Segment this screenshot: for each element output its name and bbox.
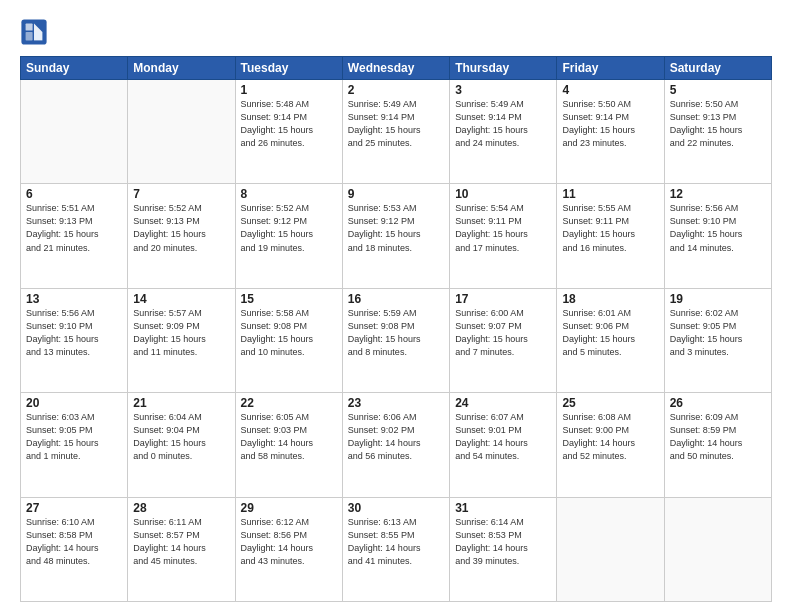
calendar-cell: 22Sunrise: 6:05 AM Sunset: 9:03 PM Dayli… <box>235 393 342 497</box>
calendar-week-2: 13Sunrise: 5:56 AM Sunset: 9:10 PM Dayli… <box>21 288 772 392</box>
day-info: Sunrise: 6:04 AM Sunset: 9:04 PM Dayligh… <box>133 411 229 463</box>
day-info: Sunrise: 6:05 AM Sunset: 9:03 PM Dayligh… <box>241 411 337 463</box>
weekday-thursday: Thursday <box>450 57 557 80</box>
calendar-cell: 11Sunrise: 5:55 AM Sunset: 9:11 PM Dayli… <box>557 184 664 288</box>
calendar-cell: 5Sunrise: 5:50 AM Sunset: 9:13 PM Daylig… <box>664 80 771 184</box>
calendar-cell: 29Sunrise: 6:12 AM Sunset: 8:56 PM Dayli… <box>235 497 342 601</box>
calendar-cell: 8Sunrise: 5:52 AM Sunset: 9:12 PM Daylig… <box>235 184 342 288</box>
weekday-sunday: Sunday <box>21 57 128 80</box>
calendar-cell: 13Sunrise: 5:56 AM Sunset: 9:10 PM Dayli… <box>21 288 128 392</box>
day-number: 11 <box>562 187 658 201</box>
day-info: Sunrise: 6:02 AM Sunset: 9:05 PM Dayligh… <box>670 307 766 359</box>
page: SundayMondayTuesdayWednesdayThursdayFrid… <box>0 0 792 612</box>
day-number: 3 <box>455 83 551 97</box>
day-info: Sunrise: 5:52 AM Sunset: 9:12 PM Dayligh… <box>241 202 337 254</box>
weekday-friday: Friday <box>557 57 664 80</box>
calendar-cell: 10Sunrise: 5:54 AM Sunset: 9:11 PM Dayli… <box>450 184 557 288</box>
day-info: Sunrise: 5:49 AM Sunset: 9:14 PM Dayligh… <box>348 98 444 150</box>
calendar-cell: 24Sunrise: 6:07 AM Sunset: 9:01 PM Dayli… <box>450 393 557 497</box>
calendar-week-3: 20Sunrise: 6:03 AM Sunset: 9:05 PM Dayli… <box>21 393 772 497</box>
calendar-cell: 30Sunrise: 6:13 AM Sunset: 8:55 PM Dayli… <box>342 497 449 601</box>
calendar-week-4: 27Sunrise: 6:10 AM Sunset: 8:58 PM Dayli… <box>21 497 772 601</box>
day-number: 30 <box>348 501 444 515</box>
day-info: Sunrise: 6:00 AM Sunset: 9:07 PM Dayligh… <box>455 307 551 359</box>
day-info: Sunrise: 5:48 AM Sunset: 9:14 PM Dayligh… <box>241 98 337 150</box>
day-info: Sunrise: 6:11 AM Sunset: 8:57 PM Dayligh… <box>133 516 229 568</box>
day-number: 24 <box>455 396 551 410</box>
calendar-cell <box>128 80 235 184</box>
calendar-cell: 21Sunrise: 6:04 AM Sunset: 9:04 PM Dayli… <box>128 393 235 497</box>
day-info: Sunrise: 6:09 AM Sunset: 8:59 PM Dayligh… <box>670 411 766 463</box>
day-number: 15 <box>241 292 337 306</box>
weekday-saturday: Saturday <box>664 57 771 80</box>
calendar-cell: 31Sunrise: 6:14 AM Sunset: 8:53 PM Dayli… <box>450 497 557 601</box>
day-info: Sunrise: 6:06 AM Sunset: 9:02 PM Dayligh… <box>348 411 444 463</box>
day-info: Sunrise: 5:53 AM Sunset: 9:12 PM Dayligh… <box>348 202 444 254</box>
day-info: Sunrise: 5:58 AM Sunset: 9:08 PM Dayligh… <box>241 307 337 359</box>
calendar-cell: 7Sunrise: 5:52 AM Sunset: 9:13 PM Daylig… <box>128 184 235 288</box>
day-number: 21 <box>133 396 229 410</box>
svg-rect-3 <box>26 24 33 31</box>
calendar-cell: 6Sunrise: 5:51 AM Sunset: 9:13 PM Daylig… <box>21 184 128 288</box>
svg-rect-4 <box>26 32 33 40</box>
calendar-cell: 20Sunrise: 6:03 AM Sunset: 9:05 PM Dayli… <box>21 393 128 497</box>
logo-icon <box>20 18 48 46</box>
day-number: 6 <box>26 187 122 201</box>
calendar-week-1: 6Sunrise: 5:51 AM Sunset: 9:13 PM Daylig… <box>21 184 772 288</box>
day-info: Sunrise: 5:52 AM Sunset: 9:13 PM Dayligh… <box>133 202 229 254</box>
day-number: 13 <box>26 292 122 306</box>
day-number: 14 <box>133 292 229 306</box>
day-number: 19 <box>670 292 766 306</box>
day-info: Sunrise: 6:10 AM Sunset: 8:58 PM Dayligh… <box>26 516 122 568</box>
day-number: 7 <box>133 187 229 201</box>
day-info: Sunrise: 6:01 AM Sunset: 9:06 PM Dayligh… <box>562 307 658 359</box>
calendar-table: SundayMondayTuesdayWednesdayThursdayFrid… <box>20 56 772 602</box>
day-number: 23 <box>348 396 444 410</box>
calendar-cell: 18Sunrise: 6:01 AM Sunset: 9:06 PM Dayli… <box>557 288 664 392</box>
day-info: Sunrise: 5:56 AM Sunset: 9:10 PM Dayligh… <box>670 202 766 254</box>
day-number: 18 <box>562 292 658 306</box>
day-number: 20 <box>26 396 122 410</box>
day-number: 1 <box>241 83 337 97</box>
day-number: 17 <box>455 292 551 306</box>
day-info: Sunrise: 5:56 AM Sunset: 9:10 PM Dayligh… <box>26 307 122 359</box>
day-info: Sunrise: 5:50 AM Sunset: 9:13 PM Dayligh… <box>670 98 766 150</box>
day-info: Sunrise: 6:03 AM Sunset: 9:05 PM Dayligh… <box>26 411 122 463</box>
logo <box>20 18 50 46</box>
calendar-cell: 26Sunrise: 6:09 AM Sunset: 8:59 PM Dayli… <box>664 393 771 497</box>
day-number: 28 <box>133 501 229 515</box>
day-number: 10 <box>455 187 551 201</box>
day-number: 9 <box>348 187 444 201</box>
day-info: Sunrise: 6:12 AM Sunset: 8:56 PM Dayligh… <box>241 516 337 568</box>
calendar-cell: 25Sunrise: 6:08 AM Sunset: 9:00 PM Dayli… <box>557 393 664 497</box>
calendar-cell: 28Sunrise: 6:11 AM Sunset: 8:57 PM Dayli… <box>128 497 235 601</box>
day-info: Sunrise: 5:50 AM Sunset: 9:14 PM Dayligh… <box>562 98 658 150</box>
calendar-cell: 14Sunrise: 5:57 AM Sunset: 9:09 PM Dayli… <box>128 288 235 392</box>
weekday-wednesday: Wednesday <box>342 57 449 80</box>
calendar-cell: 17Sunrise: 6:00 AM Sunset: 9:07 PM Dayli… <box>450 288 557 392</box>
day-info: Sunrise: 5:57 AM Sunset: 9:09 PM Dayligh… <box>133 307 229 359</box>
calendar-cell <box>664 497 771 601</box>
day-number: 5 <box>670 83 766 97</box>
day-number: 22 <box>241 396 337 410</box>
day-info: Sunrise: 6:07 AM Sunset: 9:01 PM Dayligh… <box>455 411 551 463</box>
calendar-cell: 15Sunrise: 5:58 AM Sunset: 9:08 PM Dayli… <box>235 288 342 392</box>
day-number: 4 <box>562 83 658 97</box>
calendar-cell: 4Sunrise: 5:50 AM Sunset: 9:14 PM Daylig… <box>557 80 664 184</box>
calendar-cell: 2Sunrise: 5:49 AM Sunset: 9:14 PM Daylig… <box>342 80 449 184</box>
weekday-tuesday: Tuesday <box>235 57 342 80</box>
day-number: 25 <box>562 396 658 410</box>
day-number: 29 <box>241 501 337 515</box>
day-info: Sunrise: 5:49 AM Sunset: 9:14 PM Dayligh… <box>455 98 551 150</box>
svg-marker-2 <box>34 32 42 40</box>
day-info: Sunrise: 6:14 AM Sunset: 8:53 PM Dayligh… <box>455 516 551 568</box>
calendar-cell <box>21 80 128 184</box>
header <box>20 18 772 46</box>
calendar-cell: 1Sunrise: 5:48 AM Sunset: 9:14 PM Daylig… <box>235 80 342 184</box>
calendar-cell: 27Sunrise: 6:10 AM Sunset: 8:58 PM Dayli… <box>21 497 128 601</box>
day-number: 26 <box>670 396 766 410</box>
day-info: Sunrise: 5:55 AM Sunset: 9:11 PM Dayligh… <box>562 202 658 254</box>
day-number: 27 <box>26 501 122 515</box>
day-info: Sunrise: 6:13 AM Sunset: 8:55 PM Dayligh… <box>348 516 444 568</box>
weekday-header-row: SundayMondayTuesdayWednesdayThursdayFrid… <box>21 57 772 80</box>
